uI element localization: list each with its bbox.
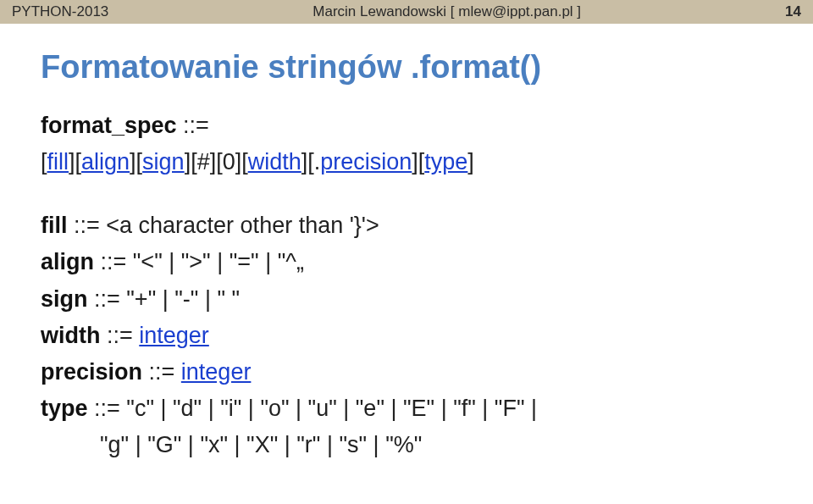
rule-width: width ::= integer (41, 319, 772, 352)
rule-sign-body: ::= "+" | "-" | " " (88, 286, 241, 312)
rule-sign: sign ::= "+" | "-" | " " (41, 283, 772, 316)
link-type[interactable]: type (424, 149, 467, 174)
link-align[interactable]: align (81, 149, 130, 174)
sep-4: ][. (301, 149, 321, 174)
header-center: Marcin Lewandowski [ mlew@ippt.pan.pl ] (312, 3, 581, 20)
link-width[interactable]: width (248, 149, 301, 174)
header-left: PYTHON-2013 (12, 3, 108, 20)
format-spec-assign: ::= (177, 113, 209, 138)
sep-1: ][ (69, 149, 81, 174)
slide-title: Formatowanie stringów .format() (41, 49, 772, 86)
rule-precision: precision ::= integer (41, 356, 772, 389)
rule-type-line2: "g" | "G" | "x" | "X" | "r" | "s" | "%" (41, 429, 772, 462)
rule-fill-body: ::= <a character other than '}'> (68, 213, 379, 238)
rule-align: align ::= "<" | ">" | "=" | "^„ (41, 246, 772, 279)
rule-width-assign: ::= (100, 323, 139, 348)
rule-type-line1: type ::= "c" | "d" | "i" | "o" | "u" | "… (41, 392, 772, 425)
sep-2: ][ (130, 149, 142, 174)
format-spec-label: format_spec ::= (41, 109, 772, 142)
bracket-close: ] (467, 149, 474, 174)
link-integer-width[interactable]: integer (139, 323, 209, 348)
rule-sign-label: sign (41, 286, 88, 312)
rule-type-label: type (41, 396, 88, 421)
format-spec-grammar: [fill][align][sign][#][0][width][.precis… (41, 146, 772, 179)
rule-type-body1: ::= "c" | "d" | "i" | "o" | "u" | "e" | … (88, 396, 538, 421)
rule-precision-assign: ::= (142, 359, 181, 385)
link-precision[interactable]: precision (320, 149, 412, 174)
page-number: 14 (785, 3, 801, 20)
link-integer-precision[interactable]: integer (181, 359, 252, 385)
sep-3: ][#][0][ (185, 149, 248, 174)
rule-fill: fill ::= <a character other than '}'> (41, 209, 772, 242)
link-fill[interactable]: fill (47, 149, 69, 174)
slide-header: PYTHON-2013 Marcin Lewandowski [ mlew@ip… (0, 0, 813, 24)
sep-5: ][ (412, 149, 424, 174)
slide-content: Formatowanie stringów .format() format_s… (0, 24, 813, 474)
rule-precision-label: precision (41, 359, 142, 385)
bracket-open: [ (41, 149, 47, 174)
rule-fill-label: fill (41, 213, 68, 238)
link-sign[interactable]: sign (142, 149, 185, 174)
rule-width-label: width (41, 323, 100, 348)
rule-align-body: ::= "<" | ">" | "=" | "^„ (94, 249, 304, 274)
rule-align-label: align (41, 249, 94, 274)
format-spec-keyword: format_spec (41, 113, 177, 138)
